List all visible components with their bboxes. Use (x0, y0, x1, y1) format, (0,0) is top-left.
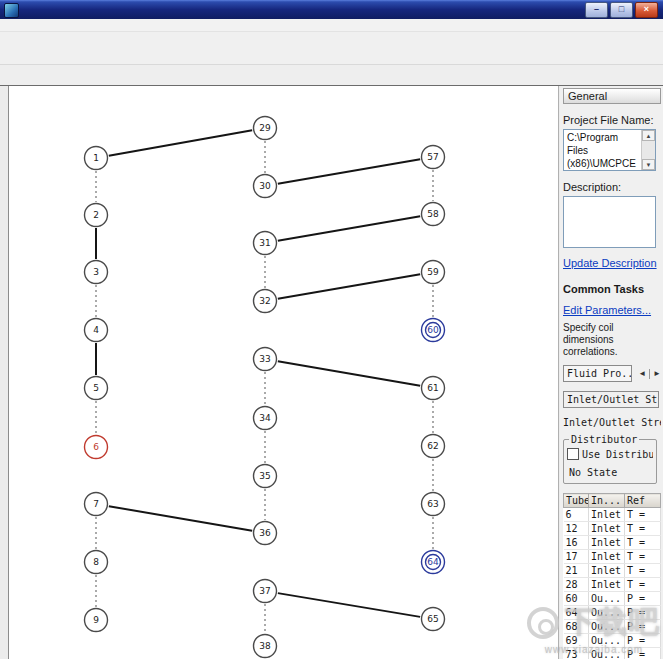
tab-fluid-properties[interactable]: Fluid Pro... (563, 365, 632, 382)
tube-node-34[interactable]: 34 (254, 407, 277, 430)
scroll-down-icon[interactable]: ▼ (642, 159, 655, 170)
table-cell[interactable]: 60 (564, 592, 589, 606)
table-cell[interactable]: P = (625, 634, 661, 648)
tube-connection-1-29 (109, 130, 252, 155)
table-row[interactable]: 60Ou...P = (564, 592, 661, 606)
tube-node-7[interactable]: 7 (85, 493, 108, 516)
tube-node-32[interactable]: 32 (254, 290, 277, 313)
tab-scroll-right-icon[interactable]: ► (653, 369, 661, 378)
table-row[interactable]: 17InletT = (564, 550, 661, 564)
stream-table[interactable]: TubeIn...Ref 6InletT =12InletT =16InletT… (563, 493, 661, 659)
table-row[interactable]: 16InletT = (564, 536, 661, 550)
menu-bar (0, 19, 663, 32)
tube-node-58[interactable]: 58 (422, 203, 445, 226)
table-cell[interactable]: Inlet (589, 522, 625, 536)
table-cell[interactable]: Inlet (589, 508, 625, 522)
table-cell[interactable]: Inlet (589, 536, 625, 550)
tube-node-6[interactable]: 6 (85, 436, 108, 459)
tube-node-9[interactable]: 9 (85, 609, 108, 632)
general-group-header[interactable]: General (563, 88, 661, 104)
use-distributor-label: Use Distribut... (582, 449, 653, 460)
tube-node-65[interactable]: 65 (422, 608, 445, 631)
table-cell[interactable]: 68 (564, 620, 589, 634)
table-row[interactable]: 21InletT = (564, 564, 661, 578)
table-cell[interactable]: 21 (564, 564, 589, 578)
table-cell[interactable]: T = (625, 536, 661, 550)
table-row[interactable]: 69Ou...P = (564, 634, 661, 648)
tube-node-3[interactable]: 3 (85, 261, 108, 284)
project-file-field[interactable]: C:\Program Files (x86)\UMCPCE ▲ ▼ (563, 129, 656, 171)
table-row[interactable]: 64Ou...P = (564, 606, 661, 620)
tube-node-5[interactable]: 5 (85, 377, 108, 400)
update-description-link[interactable]: Update Description (563, 257, 661, 269)
tube-node-38[interactable]: 38 (254, 635, 277, 658)
tube-node-29[interactable]: 29 (254, 117, 277, 140)
tube-node-63[interactable]: 63 (422, 493, 445, 516)
table-cell[interactable]: Ou... (589, 606, 625, 620)
tube-node-60[interactable]: 60 (422, 319, 445, 342)
tube-node-62[interactable]: 62 (422, 435, 445, 458)
tube-node-30[interactable]: 30 (254, 175, 277, 198)
tube-node-64[interactable]: 64 (422, 551, 445, 574)
description-field[interactable] (563, 196, 656, 248)
minimize-button[interactable]: – (585, 2, 608, 18)
tube-node-2[interactable]: 2 (85, 204, 108, 227)
tube-node-61[interactable]: 61 (422, 377, 445, 400)
table-row[interactable]: 68Ou...P = (564, 620, 661, 634)
table-cell[interactable]: P = (625, 620, 661, 634)
tube-node-59[interactable]: 59 (422, 261, 445, 284)
table-cell[interactable]: 73 (564, 648, 589, 659)
edit-parameters-link[interactable]: Edit Parameters... (563, 304, 661, 316)
table-cell[interactable]: Ou... (589, 648, 625, 659)
table-cell[interactable]: Inlet (589, 578, 625, 592)
table-row[interactable]: 12InletT = (564, 522, 661, 536)
scroll-up-icon[interactable]: ▲ (642, 130, 655, 141)
tab-arrow-divider (649, 369, 650, 379)
project-file-scrollbar[interactable]: ▲ ▼ (641, 130, 655, 170)
table-column-header[interactable]: Tube (564, 494, 589, 508)
tube-node-31[interactable]: 31 (254, 232, 277, 255)
project-file-value: C:\Program Files (x86)\UMCPCE (567, 132, 636, 169)
table-cell[interactable]: P = (625, 648, 661, 659)
table-cell[interactable]: T = (625, 522, 661, 536)
table-column-header[interactable]: In... (589, 494, 625, 508)
table-cell[interactable]: Ou... (589, 620, 625, 634)
table-cell[interactable]: Inlet (589, 550, 625, 564)
table-cell[interactable]: 16 (564, 536, 589, 550)
maximize-button[interactable]: □ (610, 2, 633, 18)
inlet-outlet-selector[interactable]: Inlet/Outlet St... (563, 391, 659, 408)
table-cell[interactable]: P = (625, 606, 661, 620)
svg-text:36: 36 (259, 528, 271, 538)
tube-node-36[interactable]: 36 (254, 522, 277, 545)
tube-node-8[interactable]: 8 (85, 551, 108, 574)
tube-node-4[interactable]: 4 (85, 319, 108, 342)
tab-scroll-left-icon[interactable]: ◄ (638, 369, 646, 378)
table-row[interactable]: 6InletT = (564, 508, 661, 522)
table-cell[interactable]: Ou... (589, 592, 625, 606)
table-row[interactable]: 73Ou...P = (564, 648, 661, 659)
use-distributor-row[interactable]: Use Distribut... (567, 448, 653, 460)
table-cell[interactable]: 12 (564, 522, 589, 536)
tube-node-1[interactable]: 1 (85, 147, 108, 170)
tube-node-33[interactable]: 33 (254, 348, 277, 371)
close-button[interactable]: × (635, 2, 658, 18)
table-cell[interactable]: T = (625, 578, 661, 592)
circuit-canvas[interactable]: 1234567892930313233343536373857585960616… (8, 86, 559, 659)
table-cell[interactable]: Ou... (589, 634, 625, 648)
table-cell[interactable]: 64 (564, 606, 589, 620)
table-row[interactable]: 28InletT = (564, 578, 661, 592)
table-column-header[interactable]: Ref (625, 494, 661, 508)
table-cell[interactable]: T = (625, 508, 661, 522)
tube-node-37[interactable]: 37 (254, 580, 277, 603)
table-cell[interactable]: 17 (564, 550, 589, 564)
table-cell[interactable]: Inlet (589, 564, 625, 578)
tube-node-57[interactable]: 57 (422, 146, 445, 169)
use-distributor-checkbox[interactable] (567, 448, 579, 460)
tube-node-35[interactable]: 35 (254, 465, 277, 488)
table-cell[interactable]: 69 (564, 634, 589, 648)
table-cell[interactable]: 28 (564, 578, 589, 592)
table-cell[interactable]: T = (625, 564, 661, 578)
table-cell[interactable]: T = (625, 550, 661, 564)
table-cell[interactable]: 6 (564, 508, 589, 522)
table-cell[interactable]: P = (625, 592, 661, 606)
